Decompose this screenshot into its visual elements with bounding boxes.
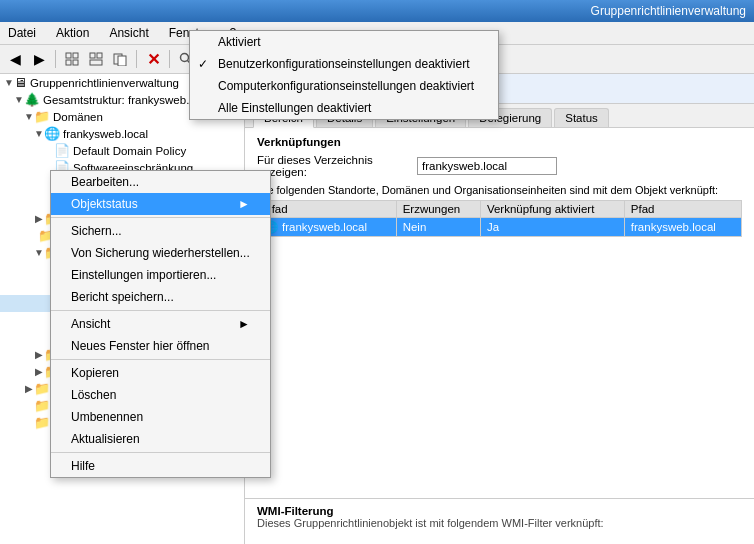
table-row[interactable]: 🌐frankysweb.local Nein Ja frankysweb.loc… — [258, 218, 742, 237]
ctx-neuesfenster[interactable]: Neues Fenster hier öffnen — [51, 335, 270, 357]
context-menu: Bearbeiten... Objektstatus ► Sichern... … — [50, 170, 271, 478]
link-table: Pfad Erzwungen Verknüpfung aktiviert Pfa… — [257, 200, 742, 237]
tab-status[interactable]: Status — [554, 108, 609, 127]
wmi-section: WMI-Filterung Dieses Gruppenrichtlinieno… — [245, 498, 754, 535]
expand-gesamtstruktur[interactable]: ▼ — [14, 94, 24, 105]
tree-ddp-label: Default Domain Policy — [73, 145, 186, 157]
tree-default-domain-policy[interactable]: 📄 Default Domain Policy — [0, 142, 244, 159]
submenu-aktiviert[interactable]: Aktiviert — [190, 31, 498, 53]
col-aktiviert: Verknüpfung aktiviert — [480, 201, 624, 218]
cell-pfad: 🌐frankysweb.local — [258, 218, 397, 237]
content-body: Verknüpfungen Für dieses Verzeichnis anz… — [245, 128, 754, 245]
tree-frankysweb[interactable]: ▼ 🌐 frankysweb.local — [0, 125, 244, 142]
cell-erzwungen: Nein — [396, 218, 480, 237]
modellierung-icon: 📁 — [34, 398, 50, 413]
col-erzwungen: Erzwungen — [396, 201, 480, 218]
toolbar-btn-3[interactable] — [109, 48, 131, 70]
toolbar-btn-2[interactable] — [85, 48, 107, 70]
svg-point-9 — [181, 54, 189, 62]
submenu: Aktiviert ✓ Benutzerkonfigurationseinste… — [189, 30, 499, 120]
ctx-loeschen[interactable]: Löschen — [51, 384, 270, 406]
tree-domaenen-label: Domänen — [53, 111, 103, 123]
toolbar-sep-2 — [136, 50, 137, 68]
tree-gesamtstruktur-label: Gesamtstruktur: frankysweb.local — [43, 94, 213, 106]
delete-button[interactable]: ✕ — [142, 48, 164, 70]
section-verknuepfungen: Verknüpfungen — [257, 136, 742, 148]
title-bar: Gruppenrichtlinienverwaltung — [0, 0, 754, 22]
cell-aktiviert: Ja — [480, 218, 624, 237]
domaenen-icon: 📁 — [34, 109, 50, 124]
form-label-anzeigen: Für dieses Verzeichnis anzeigen: — [257, 154, 417, 178]
wmi-text: Dieses Gruppenrichtlinienobjekt ist mit … — [257, 517, 742, 529]
ctx-bericht[interactable]: Bericht speichern... — [51, 286, 270, 308]
expand-dc[interactable]: ▶ — [34, 213, 44, 224]
ergebnisse-icon: 📁 — [34, 415, 50, 430]
wmi-title: WMI-Filterung — [257, 505, 742, 517]
svg-rect-5 — [97, 53, 102, 58]
toolbar-btn-1[interactable] — [61, 48, 83, 70]
forward-button[interactable]: ▶ — [28, 48, 50, 70]
expand-standorte[interactable]: ▶ — [24, 383, 34, 394]
col-pfad: Pfad — [258, 201, 397, 218]
svg-rect-2 — [66, 60, 71, 65]
expand-root[interactable]: ▼ — [4, 77, 14, 88]
ctx-kopieren[interactable]: Kopieren — [51, 362, 270, 384]
svg-rect-6 — [90, 60, 102, 65]
standorte-icon: 📁 — [34, 381, 50, 396]
submenu-alle[interactable]: Alle Einstellungen deaktiviert — [190, 97, 498, 119]
form-row-anzeigen: Für dieses Verzeichnis anzeigen: — [257, 154, 742, 178]
ctx-sep-4 — [51, 452, 270, 453]
ctx-ansicht[interactable]: Ansicht ► — [51, 313, 270, 335]
back-button[interactable]: ◀ — [4, 48, 26, 70]
ctx-sichern[interactable]: Sichern... — [51, 220, 270, 242]
expand-frankysweb[interactable]: ▼ — [34, 128, 44, 139]
menu-aktion[interactable]: Aktion — [52, 24, 93, 42]
ddp-icon: 📄 — [54, 143, 70, 158]
svg-rect-0 — [66, 53, 71, 58]
ctx-arrow-objektstatus: ► — [238, 197, 250, 211]
ctx-wiederherstellen[interactable]: Von Sicherung wiederherstellen... — [51, 242, 270, 264]
col-pfad2: Pfad — [624, 201, 741, 218]
svg-rect-1 — [73, 53, 78, 58]
svg-rect-4 — [90, 53, 95, 58]
svg-rect-8 — [118, 56, 126, 66]
ctx-importieren[interactable]: Einstellungen importieren... — [51, 264, 270, 286]
right-panel: Softwareeinschränkung Bereich Details Ei… — [245, 74, 754, 544]
ctx-arrow-ansicht: ► — [238, 317, 250, 331]
form-input-anzeigen[interactable] — [417, 157, 557, 175]
ctx-aktualisieren[interactable]: Aktualisieren — [51, 428, 270, 450]
ctx-sep-1 — [51, 217, 270, 218]
expand-starter[interactable]: ▶ — [34, 366, 44, 377]
submenu-benutzer[interactable]: ✓ Benutzerkonfigurationseinstellungen de… — [190, 53, 498, 75]
ctx-objektstatus[interactable]: Objektstatus ► — [51, 193, 270, 215]
submenu-computer[interactable]: Computerkonfigurationseinstellungen deak… — [190, 75, 498, 97]
link-table-desc: Die folgenden Standorte, Domänen und Org… — [257, 184, 742, 196]
menu-ansicht[interactable]: Ansicht — [105, 24, 152, 42]
ctx-sep-3 — [51, 359, 270, 360]
expand-gpo[interactable]: ▼ — [34, 247, 44, 258]
toolbar-sep-3 — [169, 50, 170, 68]
tree-frankysweb-label: frankysweb.local — [63, 128, 148, 140]
menu-datei[interactable]: Datei — [4, 24, 40, 42]
expand-wmi[interactable]: ▶ — [34, 349, 44, 360]
tree-root-label: Gruppenrichtlinienverwaltung — [30, 77, 179, 89]
cell-pfad2: frankysweb.local — [624, 218, 741, 237]
ctx-bearbeiten[interactable]: Bearbeiten... — [51, 171, 270, 193]
ctx-sep-2 — [51, 310, 270, 311]
gesamtstruktur-icon: 🌲 — [24, 92, 40, 107]
frankysweb-icon: 🌐 — [44, 126, 60, 141]
toolbar-sep-1 — [55, 50, 56, 68]
checkmark-benutzer: ✓ — [198, 57, 208, 71]
root-icon: 🖥 — [14, 75, 27, 90]
ctx-umbenennen[interactable]: Umbenennen — [51, 406, 270, 428]
ctx-hilfe[interactable]: Hilfe — [51, 455, 270, 477]
title-text: Gruppenrichtlinienverwaltung — [591, 4, 746, 18]
svg-rect-3 — [73, 60, 78, 65]
expand-domaenen[interactable]: ▼ — [24, 111, 34, 122]
